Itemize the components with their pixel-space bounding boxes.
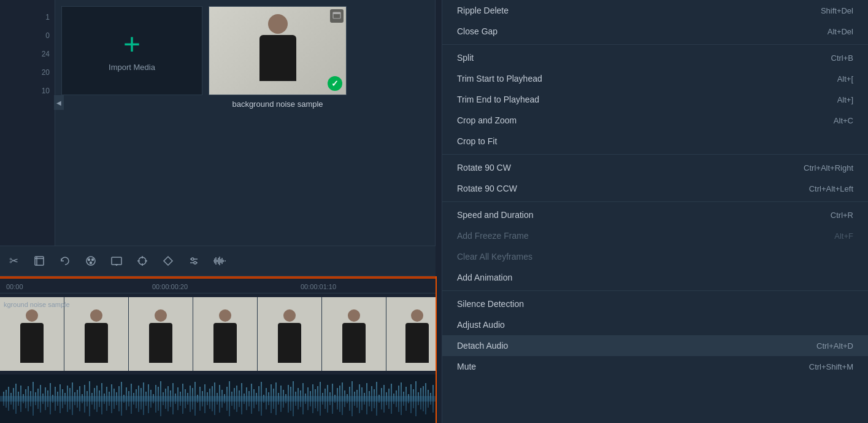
film-frame-3 (129, 297, 193, 371)
svg-rect-178 (359, 384, 360, 413)
svg-rect-80 (118, 386, 120, 411)
menu-item-label: Rotate 90 CW (457, 163, 511, 173)
film-frame-6 (322, 297, 386, 371)
svg-rect-194 (398, 386, 399, 412)
svg-rect-147 (283, 390, 284, 408)
svg-rect-88 (138, 386, 139, 412)
clip-type-icon (330, 9, 344, 23)
menu-item-label: Speed and Duration (457, 210, 534, 220)
menu-item-add-animation[interactable]: Add Animation (442, 267, 868, 288)
menu-item-split[interactable]: SplitCtrl+B (442, 47, 868, 68)
svg-rect-114 (202, 391, 203, 406)
svg-rect-42 (25, 389, 26, 408)
video-track: kground noise sample (0, 297, 436, 371)
menu-item-clear-all-keyframes: Clear All Keyframes (442, 246, 868, 267)
svg-rect-149 (288, 385, 289, 413)
svg-rect-119 (214, 382, 215, 415)
menu-item-close-gap[interactable]: Close GapAlt+Del (442, 21, 868, 42)
svg-rect-45 (33, 382, 34, 416)
menu-item-crop-to-fit[interactable]: Crop to Fit (442, 131, 868, 152)
import-media-tile[interactable]: + Import Media (61, 6, 202, 95)
svg-rect-142 (271, 384, 272, 413)
ruler-ticks: /* drawn inline */ (0, 284, 436, 293)
svg-rect-61 (72, 382, 73, 415)
svg-rect-179 (361, 387, 363, 410)
menu-item-rotate-90-ccw[interactable]: Rotate 90 CCWCtrl+Alt+Left (442, 178, 868, 199)
svg-rect-181 (366, 383, 367, 414)
cut-tool-icon[interactable]: ✂ (6, 254, 21, 268)
svg-rect-158 (310, 391, 311, 406)
undo-tool-icon[interactable] (58, 254, 72, 268)
menu-item-mute[interactable]: MuteCtrl+Shift+M (442, 356, 868, 377)
timeline-ruler: 00:00 00:00:00:20 00:00:01:10 /* drawn i… (0, 276, 436, 293)
svg-rect-76 (109, 392, 110, 406)
adjust-tool-icon[interactable] (186, 254, 201, 268)
diamond-tool-icon[interactable] (161, 254, 175, 268)
menu-item-shortcut: Ctrl+Alt+D (816, 341, 853, 351)
clip-wrapper: ✓ background noise sample (209, 6, 347, 95)
ruler-num-24: 24 (42, 50, 50, 58)
film-head-2 (90, 309, 102, 322)
ruler-num-20: 20 (42, 69, 50, 76)
menu-item-trim-end-to-playhead[interactable]: Trim End to PlayheadAlt+] (442, 89, 868, 110)
svg-rect-84 (128, 391, 129, 406)
svg-rect-83 (126, 387, 127, 410)
svg-rect-172 (344, 390, 345, 407)
menu-item-rotate-90-cw[interactable]: Rotate 90 CWCtrl+Alt+Right (442, 157, 868, 178)
target-tool-icon[interactable] (135, 254, 150, 268)
film-body-5 (278, 323, 301, 363)
svg-rect-130 (241, 383, 242, 414)
svg-rect-184 (374, 389, 375, 408)
svg-rect-67 (86, 391, 88, 406)
menu-item-adjust-audio[interactable]: Adjust Audio (442, 314, 868, 335)
svg-rect-100 (167, 386, 169, 411)
film-frame-1 (0, 297, 64, 371)
svg-rect-34 (6, 390, 7, 408)
film-body-2 (85, 323, 108, 363)
svg-rect-135 (253, 389, 255, 408)
waveform-tool-icon[interactable] (212, 254, 227, 268)
svg-rect-151 (293, 381, 294, 416)
audio-track (0, 374, 436, 423)
menu-item-speed-and-duration[interactable]: Speed and DurationCtrl+R (442, 204, 868, 225)
svg-rect-52 (50, 383, 51, 414)
svg-rect-201 (415, 381, 417, 416)
svg-rect-107 (185, 389, 186, 408)
menu-item-trim-start-to-playhead[interactable]: Trim Start to PlayheadAlt+[ (442, 68, 868, 89)
menu-item-label: Clear All Keyframes (457, 252, 532, 262)
svg-rect-50 (45, 387, 46, 410)
svg-rect-54 (55, 387, 56, 411)
svg-rect-101 (170, 390, 171, 407)
menu-item-shortcut: Alt+Del (828, 27, 853, 36)
menu-item-shortcut: Alt+F (834, 231, 853, 241)
svg-rect-53 (52, 395, 53, 403)
waveform-svg (0, 374, 436, 423)
svg-rect-208 (432, 385, 434, 413)
video-clip-tile[interactable]: ✓ (209, 6, 347, 95)
svg-rect-49 (42, 394, 44, 404)
collapse-arrow[interactable]: ◀ (54, 95, 64, 110)
menu-item-shortcut: Shift+Del (821, 6, 853, 15)
menu-item-crop-and-zoom[interactable]: Crop and ZoomAlt+C (442, 110, 868, 131)
screen-tool-icon[interactable] (109, 254, 124, 268)
color-tool-icon[interactable] (83, 254, 98, 268)
svg-rect-112 (197, 395, 198, 403)
menu-item-detach-audio[interactable]: Detach AudioCtrl+Alt+D (442, 335, 868, 356)
svg-rect-71 (96, 386, 98, 412)
svg-rect-136 (256, 393, 257, 405)
filmstrip (0, 297, 436, 371)
svg-rect-191 (391, 384, 392, 414)
svg-marker-17 (164, 257, 172, 265)
menu-item-silence-detection[interactable]: Silence Detection (442, 293, 868, 314)
svg-rect-152 (295, 392, 296, 406)
svg-rect-72 (99, 390, 100, 407)
menu-item-shortcut: Alt+] (837, 95, 853, 104)
svg-rect-113 (199, 387, 201, 411)
svg-rect-109 (190, 386, 191, 412)
svg-rect-116 (207, 392, 208, 405)
menu-item-ripple-delete[interactable]: Ripple DeleteShift+Del (442, 0, 868, 21)
crop-tool-icon[interactable] (32, 254, 47, 268)
svg-point-21 (194, 262, 196, 264)
menu-item-label: Add Animation (457, 273, 512, 282)
film-person-7 (402, 309, 432, 371)
